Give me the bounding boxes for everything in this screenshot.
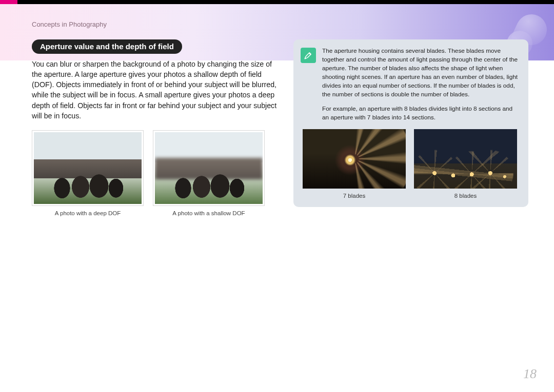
body-paragraph: You can blur or sharpen the background o… [32, 59, 283, 121]
eight-blades-image [414, 129, 517, 189]
eight-blades-card: 8 blades [414, 129, 517, 199]
dof-shallow-image [155, 132, 263, 204]
section-heading-pill: Aperture value and the depth of field [32, 39, 182, 54]
sidebar-text: The aperture housing contains several bl… [322, 47, 519, 122]
seven-blades-image [303, 129, 406, 189]
dof-deep-caption: A photo with a deep DOF [32, 210, 144, 216]
two-column-layout: Aperture value and the depth of field Yo… [32, 39, 528, 216]
sidebar-paragraph-2: For example, an aperture with 8 blades d… [322, 105, 519, 122]
seven-blades-caption: 7 blades [303, 193, 406, 199]
dof-deep-card: A photo with a deep DOF [32, 130, 144, 216]
seven-blades-card: 7 blades [303, 129, 406, 199]
page-number: 18 [523, 366, 537, 382]
right-column: The aperture housing contains several bl… [293, 39, 528, 207]
eight-blades-caption: 8 blades [414, 193, 517, 199]
sidebar-note-box: The aperture housing contains several bl… [293, 39, 528, 207]
breadcrumb: Concepts in Photography [32, 20, 528, 28]
dof-deep-image [34, 132, 142, 204]
sidebar-header-row: The aperture housing contains several bl… [301, 47, 519, 122]
page-content: Concepts in Photography Aperture value a… [0, 0, 554, 232]
dof-shallow-frame [153, 130, 265, 206]
dof-photo-row: A photo with a deep DOF A photo with a s… [32, 130, 283, 216]
pen-icon [301, 48, 316, 63]
left-column: Aperture value and the depth of field Yo… [32, 39, 283, 216]
dof-deep-frame [32, 130, 144, 206]
sidebar-paragraph-1: The aperture housing contains several bl… [322, 47, 519, 99]
dof-shallow-caption: A photo with a shallow DOF [153, 210, 265, 216]
dof-shallow-card: A photo with a shallow DOF [153, 130, 265, 216]
sidebar-photo-row: 7 blades 8 blades [301, 129, 519, 199]
